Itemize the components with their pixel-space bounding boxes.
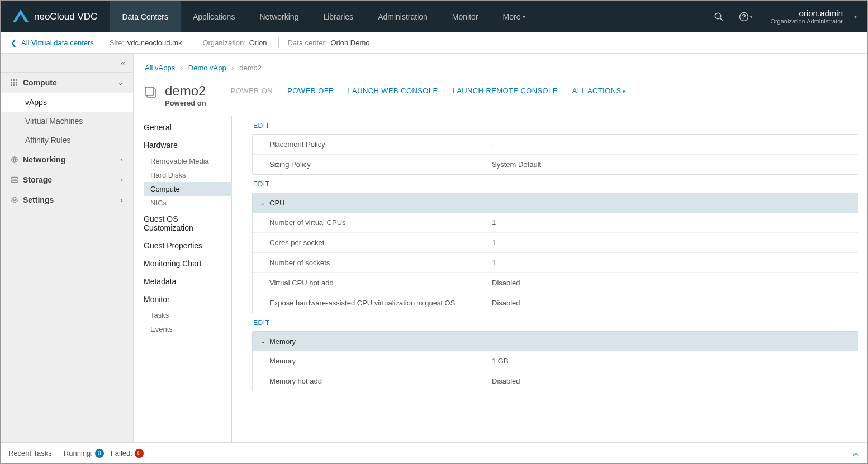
user-menu[interactable]: orion.admin Organization Administrator [760,8,846,25]
sidebar-group-storage-header[interactable]: Storage› [1,170,133,190]
chevron-down-icon: ⌄ [260,200,265,206]
search-button[interactable] [706,1,731,32]
memory-section-header[interactable]: ⌄ Memory [252,331,858,351]
org-value: Orion [249,39,267,47]
nav-tab-networking[interactable]: Networking [247,1,311,32]
nav-tab-monitor[interactable]: Monitor [440,1,491,32]
cpu-table: Number of virtual CPUs1 Cores per socket… [252,213,858,313]
side2-monitor[interactable]: Monitor [144,290,231,308]
search-icon [714,12,724,22]
collapse-sidebar-button[interactable]: « [1,54,133,73]
row-key: Placement Policy [269,140,492,149]
policy-table: Placement Policy - Sizing Policy System … [252,134,858,175]
svg-rect-6 [16,79,17,81]
site-value: vdc.neocloud.mk [127,39,182,47]
sidebar-group-networking-header[interactable]: Networking› [1,150,133,170]
crumb-current: demo2 [239,64,262,72]
sidebar-item-vapps[interactable]: vApps [1,93,133,112]
chevron-down-icon: ▾ [848,13,862,20]
svg-line-1 [720,18,723,21]
svg-rect-4 [11,79,12,81]
memory-table: Memory1 GB Memory hot addDisabled [252,351,858,391]
page-title: demo2 [165,83,206,99]
side2-nics[interactable]: NICs [144,196,231,210]
side2-guest-properties[interactable]: Guest Properties [144,237,231,255]
edit-policy-button[interactable]: EDIT [253,122,858,130]
help-icon [739,12,749,22]
sidebar-group-settings-header[interactable]: Settings› [1,190,133,210]
svg-rect-10 [11,84,12,86]
footer: Recent Tasks Running: 0 Failed: 0 ︽ [1,442,867,463]
nav-tab-administration[interactable]: Administration [366,1,440,32]
row-value: - [492,140,851,149]
side2-guest-os-customization[interactable]: Guest OS Customization [144,210,231,237]
cpu-section-header[interactable]: ⌄ CPU [252,193,858,213]
chevron-right-icon: › [121,156,123,163]
side2-general[interactable]: General [144,118,231,136]
user-name: orion.admin [799,8,843,18]
side2-compute[interactable]: Compute [144,182,232,196]
action-all-actions[interactable]: ALL ACTIONS▾ [572,87,625,95]
svg-rect-8 [13,82,15,84]
chevron-right-icon: › [231,64,234,72]
action-launch-remote-console[interactable]: LAUNCH REMOTE CONSOLE [453,87,558,95]
action-launch-web-console[interactable]: LAUNCH WEB CONSOLE [348,87,438,95]
nav-right: ▾ orion.admin Organization Administrator… [701,1,867,32]
separator [278,38,279,48]
nav-tab-more[interactable]: More▾ [491,1,538,32]
running-label: Running: [64,449,93,457]
vm-status: Powered on [165,99,206,107]
top-nav: neoCloud VDC Data Centers Applications N… [1,1,867,32]
sidebar-group-compute: Compute⌄ vApps Virtual Machines Affinity… [1,73,133,150]
sidebar-group-compute-header[interactable]: Compute⌄ [1,73,133,93]
dc-value: Orion Demo [330,39,369,47]
nav-tabs: Data Centers Applications Networking Lib… [110,1,538,32]
detail-panel[interactable]: EDIT Placement Policy - Sizing Policy Sy… [232,116,858,442]
edit-cpu-button[interactable]: EDIT [253,180,858,188]
side2-hard-disks[interactable]: Hard Disks [144,168,231,182]
separator [193,38,193,48]
nav-tab-libraries[interactable]: Libraries [311,1,366,32]
side2-metadata[interactable]: Metadata [144,272,231,290]
failed-count-badge: 0 [135,449,144,458]
table-row: Number of virtual CPUs1 [253,213,858,233]
recent-tasks-label: Recent Tasks [8,449,52,457]
nav-tab-data-centers[interactable]: Data Centers [110,1,180,32]
edit-memory-button[interactable]: EDIT [253,319,858,327]
side2-events[interactable]: Events [144,322,231,336]
brand[interactable]: neoCloud VDC [1,1,110,32]
svg-point-16 [13,199,16,201]
svg-rect-15 [12,180,18,183]
table-row: Number of sockets1 [253,253,858,273]
side2-hardware[interactable]: Hardware [144,136,231,154]
svg-rect-5 [13,79,15,81]
breadcrumb: All vApps › Demo vApp › demo2 [144,64,858,72]
side2-monitoring-chart[interactable]: Monitoring Chart [144,255,231,272]
brand-name: neoCloud VDC [34,11,97,22]
svg-point-0 [715,13,722,19]
crumb-all-vapps[interactable]: All vApps [145,64,175,72]
action-power-off[interactable]: POWER OFF [287,87,333,95]
sidebar-item-affinity-rules[interactable]: Affinity Rules [1,131,133,150]
chevron-down-icon: ⌄ [118,79,123,87]
side2-tasks[interactable]: Tasks [144,308,231,322]
expand-tasks-button[interactable]: ︽ [853,448,860,458]
svg-rect-9 [16,82,17,84]
content-area: All vApps › Demo vApp › demo2 demo2 Powe… [134,54,867,442]
table-row: Virtual CPU hot addDisabled [253,273,858,293]
side2-removable-media[interactable]: Removable Media [144,154,231,168]
chevron-right-icon: › [181,64,183,72]
svg-rect-14 [12,177,18,179]
sidebar-item-virtual-machines[interactable]: Virtual Machines [1,112,133,131]
row-value: System Default [492,160,851,169]
row-key: Sizing Policy [269,160,492,169]
network-icon [11,156,18,164]
gear-icon [11,196,18,204]
crumb-demo-vapp[interactable]: Demo vApp [188,64,226,72]
chevron-down-icon: ▾ [523,13,525,20]
back-to-vdcs-link[interactable]: ❮ All Virtual data centers [11,39,94,47]
chevron-down-icon: ⌄ [260,338,265,345]
help-button[interactable]: ▾ [733,1,758,32]
svg-rect-7 [11,82,12,84]
nav-tab-applications[interactable]: Applications [181,1,248,32]
